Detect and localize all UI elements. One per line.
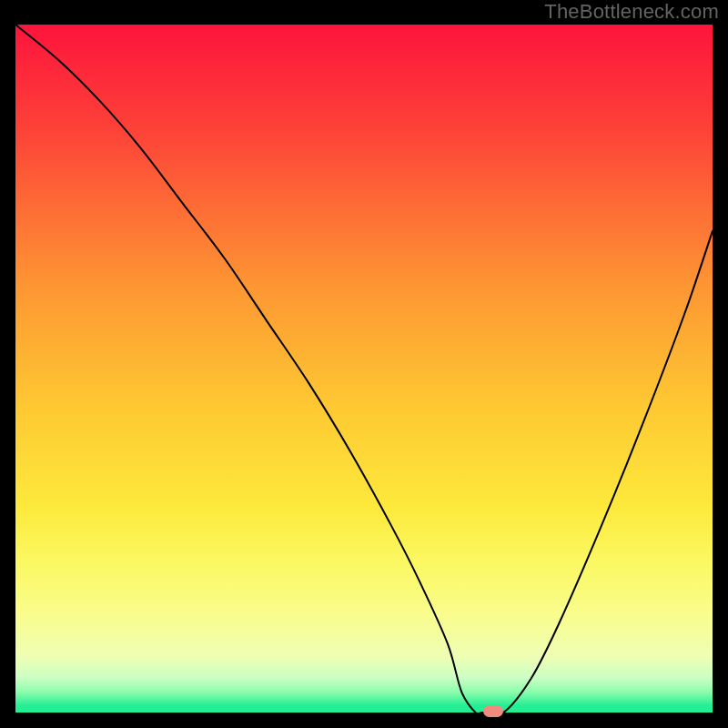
watermark-text: TheBottleneck.com <box>544 0 719 24</box>
bottleneck-marker <box>483 705 503 717</box>
plot-area <box>15 25 713 713</box>
plot-svg <box>15 25 713 713</box>
gradient-background <box>15 25 713 713</box>
chart-frame: TheBottleneck.com <box>0 0 728 728</box>
